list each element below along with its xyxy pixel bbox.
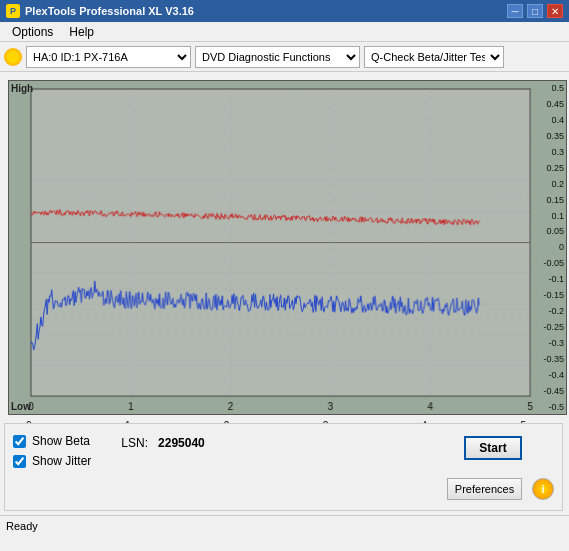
chart-label-low: Low — [11, 401, 31, 412]
menu-options[interactable]: Options — [4, 24, 61, 39]
minimize-button[interactable]: ─ — [507, 4, 523, 18]
menu-help[interactable]: Help — [61, 24, 102, 39]
close-button[interactable]: ✕ — [547, 4, 563, 18]
status-text: Ready — [6, 520, 38, 532]
main-area: High Low 0.50.450.40.350.3 0.250.20.150.… — [0, 72, 569, 515]
title-bar: P PlexTools Professional XL V3.16 ─ □ ✕ — [0, 0, 569, 22]
test-select[interactable]: Q-Check Beta/Jitter Test — [364, 46, 504, 68]
show-jitter-row: Show Jitter — [13, 454, 91, 468]
preferences-button[interactable]: Preferences — [447, 478, 522, 500]
status-bar: Ready — [0, 515, 569, 535]
show-beta-label: Show Beta — [32, 434, 90, 448]
toolbar-icon — [4, 48, 22, 66]
y-axis-right: 0.50.450.40.350.3 0.250.20.150.10.05 0-0… — [531, 81, 566, 414]
chart-canvas — [9, 81, 566, 414]
lsn-value: 2295040 — [158, 436, 205, 450]
app-icon: P — [6, 4, 20, 18]
info-button[interactable]: i — [532, 478, 554, 500]
chart-label-high: High — [11, 83, 33, 94]
window-title: PlexTools Professional XL V3.16 — [25, 5, 194, 17]
toolbar: HA:0 ID:1 PX-716A DVD Diagnostic Functio… — [0, 42, 569, 72]
maximize-button[interactable]: □ — [527, 4, 543, 18]
chart-wrapper: High Low 0.50.450.40.350.3 0.250.20.150.… — [8, 80, 561, 415]
title-bar-controls: ─ □ ✕ — [507, 4, 563, 18]
show-jitter-label: Show Jitter — [32, 454, 91, 468]
bottom-panel: Show Beta Show Jitter LSN: 2295040 Start… — [4, 423, 563, 511]
lsn-label: LSN: — [121, 436, 148, 450]
show-beta-row: Show Beta — [13, 434, 91, 448]
start-button[interactable]: Start — [464, 436, 522, 460]
function-select[interactable]: DVD Diagnostic Functions — [195, 46, 360, 68]
chart-container: High Low 0.50.450.40.350.3 0.250.20.150.… — [8, 80, 567, 415]
drive-select[interactable]: HA:0 ID:1 PX-716A — [26, 46, 191, 68]
menu-bar: Options Help — [0, 22, 569, 42]
show-jitter-checkbox[interactable] — [13, 455, 26, 468]
show-beta-checkbox[interactable] — [13, 435, 26, 448]
title-bar-left: P PlexTools Professional XL V3.16 — [6, 4, 194, 18]
